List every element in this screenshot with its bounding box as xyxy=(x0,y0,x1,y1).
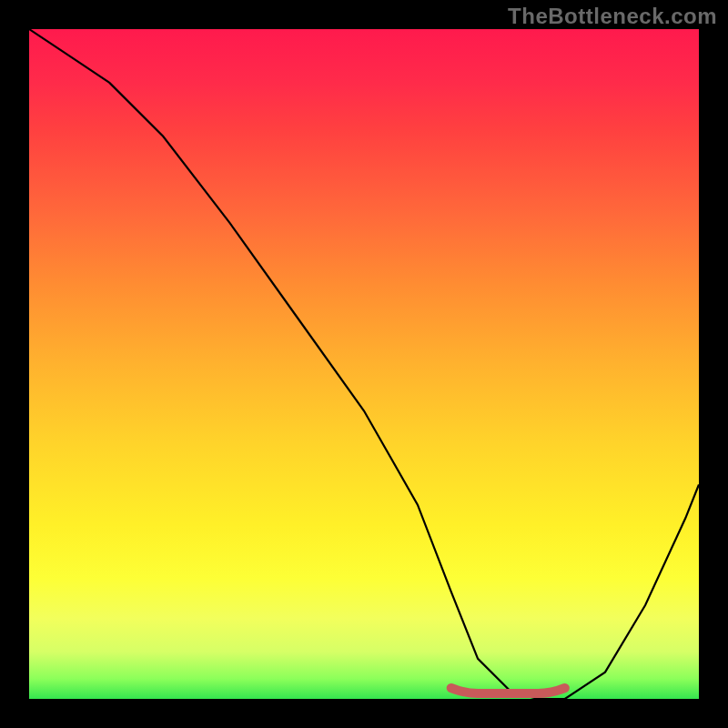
curve-svg xyxy=(29,29,699,699)
watermark-text: TheBottleneck.com xyxy=(508,4,717,29)
plot-area xyxy=(29,29,699,699)
bottleneck-curve xyxy=(29,29,699,699)
chart-container: TheBottleneck.com xyxy=(0,0,728,728)
